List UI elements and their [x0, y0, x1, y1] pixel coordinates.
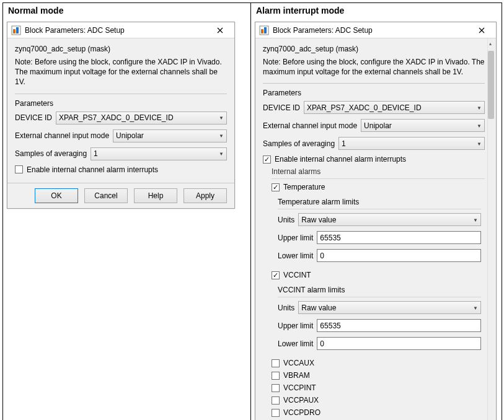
chevron-down-icon: ▼: [219, 133, 224, 139]
checkbox-icon: [272, 396, 280, 405]
vccint-limits-group: VCCINT alarm limits Units Raw value ▼: [272, 283, 485, 359]
dialog-title: Block Parameters: ADC Setup: [273, 26, 471, 35]
checkbox-icon: [272, 409, 280, 417]
dialog-alarm: Block Parameters: ADC Setup zynq7000_adc…: [255, 22, 497, 420]
samples-label: Samples of averaging: [263, 139, 335, 148]
separator: [15, 94, 227, 94]
scroll-thumb[interactable]: [488, 51, 494, 119]
enable-alarm-label: Enable internal channel alarm interrupts: [275, 155, 406, 164]
device-id-value: XPAR_PS7_XADC_0_DEVICE_ID: [59, 113, 174, 122]
samples-combo[interactable]: 1 ▼: [91, 147, 227, 160]
left-column-header: Normal mode: [3, 3, 250, 19]
device-id-combo[interactable]: XPAR_PS7_XADC_0_DEVICE_ID ▼: [304, 101, 485, 114]
checkbox-icon: [263, 155, 271, 164]
chevron-down-icon: ▼: [477, 141, 482, 146]
close-icon[interactable]: [210, 24, 231, 37]
vccaux-checkbox[interactable]: VCCAUX: [272, 359, 485, 367]
samples-combo[interactable]: 1 ▼: [338, 137, 485, 150]
enable-alarm-checkbox[interactable]: Enable internal channel alarm interrupts: [263, 155, 485, 164]
checkbox-icon: [272, 183, 280, 191]
chevron-down-icon: ▼: [473, 217, 478, 222]
temperature-limits-label: Temperature alarm limits: [278, 198, 481, 206]
enable-alarm-label: Enable internal channel alarm interrupts: [27, 165, 158, 174]
temp-units-label: Units: [278, 216, 294, 224]
ok-button[interactable]: OK: [35, 188, 78, 203]
chevron-down-icon: ▼: [219, 151, 224, 157]
temperature-limits-group: Temperature alarm limits Units Raw value…: [272, 195, 485, 271]
cancel-button[interactable]: Cancel: [84, 188, 128, 203]
separator: [263, 83, 485, 84]
checkbox-icon: [272, 372, 280, 380]
device-id-value: XPAR_PS7_XADC_0_DEVICE_ID: [307, 103, 422, 112]
ext-mode-label: External channel input mode: [263, 121, 357, 130]
vccint-lower-label: Lower limit: [278, 339, 313, 348]
help-button[interactable]: Help: [134, 188, 177, 203]
device-id-label: DEVICE ID: [15, 113, 52, 122]
dialog-title: Block Parameters: ADC Setup: [25, 26, 210, 35]
temp-upper-label: Upper limit: [278, 234, 313, 242]
temp-units-combo[interactable]: Raw value ▼: [298, 213, 481, 226]
internal-alarms-label: Internal alarms: [272, 167, 485, 176]
vccint-upper-input[interactable]: 65535: [317, 319, 481, 332]
titlebar: Block Parameters: ADC Setup: [7, 22, 234, 38]
temp-lower-label: Lower limit: [278, 252, 313, 260]
vccpint-checkbox[interactable]: VCCPINT: [272, 383, 485, 392]
internal-alarms-group: Internal alarms Temperature Temperature …: [272, 167, 485, 417]
ext-mode-combo[interactable]: Unipolar ▼: [361, 119, 485, 132]
checkbox-icon: [15, 165, 23, 173]
note-text: Note: Before using the block, configure …: [15, 57, 227, 87]
chevron-down-icon: ▼: [477, 123, 482, 128]
parameters-label: Parameters: [15, 99, 227, 108]
checkbox-icon: [272, 359, 280, 367]
mode-comparison-table: Normal mode Block Parameters: ADC Setup: [2, 2, 502, 420]
right-column-header: Alarm interrupt mode: [251, 3, 502, 19]
note-text: Note: Before using the block, configure …: [263, 57, 485, 77]
mask-name: zynq7000_adc_setup (mask): [15, 45, 227, 53]
temp-lower-input[interactable]: 0: [317, 249, 481, 262]
temperature-label: Temperature: [283, 183, 325, 191]
svg-rect-1: [13, 29, 15, 33]
vccint-checkbox[interactable]: VCCINT: [272, 271, 485, 279]
device-id-combo[interactable]: XPAR_PS7_XADC_0_DEVICE_ID ▼: [56, 112, 227, 125]
vccint-units-label: Units: [278, 304, 294, 312]
close-icon[interactable]: [471, 24, 492, 37]
vbram-checkbox[interactable]: VBRAM: [272, 371, 485, 380]
apply-button[interactable]: Apply: [183, 188, 227, 203]
vccint-units-combo[interactable]: Raw value ▼: [298, 301, 481, 314]
scrollbar[interactable]: ▴ ▾: [487, 38, 495, 420]
parameters-label: Parameters: [263, 89, 485, 97]
vccint-label: VCCINT: [283, 271, 311, 279]
button-bar: OK Cancel Help Apply: [7, 183, 234, 208]
titlebar: Block Parameters: ADC Setup: [255, 22, 496, 38]
scroll-up-icon[interactable]: ▴: [487, 41, 493, 46]
vccpaux-checkbox[interactable]: VCCPAUX: [272, 396, 485, 405]
samples-value: 1: [94, 149, 98, 158]
temperature-checkbox[interactable]: Temperature: [272, 183, 485, 191]
vccpdro-checkbox[interactable]: VCCPDRO: [272, 408, 485, 417]
mask-name: zynq7000_adc_setup (mask): [263, 45, 485, 53]
app-icon: [11, 25, 21, 35]
chevron-down-icon: ▼: [473, 305, 478, 310]
enable-alarm-checkbox[interactable]: Enable internal channel alarm interrupts: [15, 165, 227, 174]
vccint-upper-label: Upper limit: [278, 322, 313, 330]
temp-upper-input[interactable]: 65535: [317, 231, 481, 244]
checkbox-icon: [272, 384, 280, 392]
vccint-lower-input[interactable]: 0: [317, 337, 481, 350]
app-icon: [259, 25, 269, 35]
svg-rect-2: [16, 27, 19, 33]
samples-value: 1: [342, 139, 346, 148]
device-id-label: DEVICE ID: [263, 103, 300, 112]
vccint-limits-label: VCCINT alarm limits: [278, 286, 481, 294]
chevron-down-icon: ▼: [219, 115, 224, 121]
dialog-normal: Block Parameters: ADC Setup zynq7000_adc…: [7, 22, 235, 209]
ext-mode-value: Unipolar: [364, 121, 392, 130]
ext-mode-value: Unipolar: [116, 131, 144, 140]
svg-rect-4: [261, 29, 263, 33]
svg-rect-5: [264, 27, 267, 33]
ext-mode-combo[interactable]: Unipolar ▼: [113, 129, 227, 142]
ext-mode-label: External channel input mode: [15, 131, 109, 140]
samples-label: Samples of averaging: [15, 149, 87, 158]
checkbox-icon: [272, 271, 280, 279]
chevron-down-icon: ▼: [477, 105, 482, 110]
